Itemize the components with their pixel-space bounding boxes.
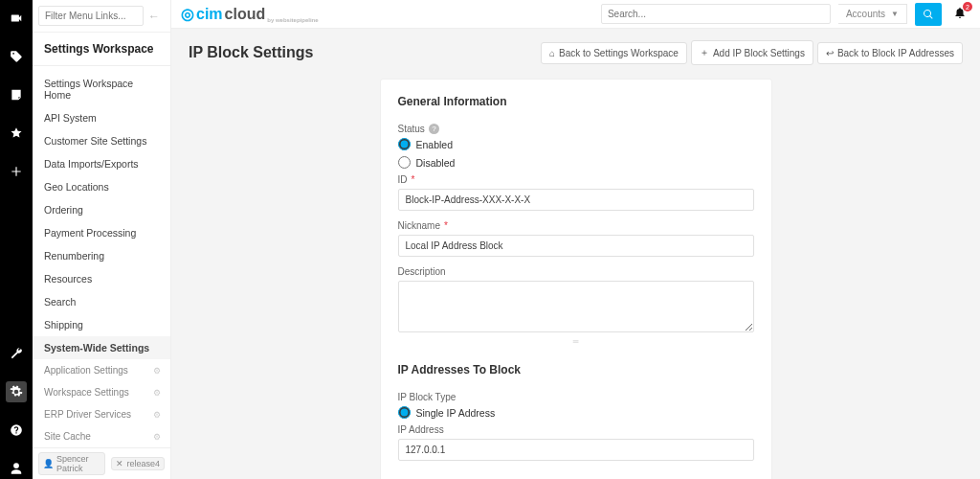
sidebar-item-label: Data Imports/Exports <box>44 158 139 170</box>
main: ◎ cimcloud by websitepipeline Accounts▼ … <box>171 0 980 479</box>
notifications-bell[interactable]: 2 <box>949 6 970 22</box>
sidebar-menu: Settings Workspace HomeAPI SystemCustome… <box>33 66 170 447</box>
chevron-down-icon: ▼ <box>891 10 899 18</box>
settings-card: General Information Status? Enabled Disa… <box>380 79 772 479</box>
star-icon[interactable] <box>6 123 27 144</box>
sidebar-item-label: Renumbering <box>44 250 104 262</box>
sidebar-item-system-wide-settings[interactable]: System-Wide Settings <box>33 336 170 359</box>
notification-count-badge: 2 <box>963 2 972 11</box>
back-to-workspace-button[interactable]: ⌂ Back to Settings Workspace <box>541 42 687 64</box>
logo[interactable]: ◎ cimcloud by websitepipeline <box>181 5 319 23</box>
sidebar-item-label: Settings Workspace Home <box>44 78 161 101</box>
status-disabled-option[interactable]: Disabled <box>398 156 754 169</box>
add-ip-block-button[interactable]: ＋ Add IP Block Settings <box>691 40 813 65</box>
sidebar-item-ordering[interactable]: Ordering <box>33 198 170 221</box>
sidebar-item-label: Resources <box>44 273 92 285</box>
ipaddress-label: IP Address <box>398 424 444 435</box>
sidebar: ← Settings Workspace Settings Workspace … <box>33 0 171 479</box>
id-label: ID <box>398 174 408 185</box>
description-label: Description <box>398 266 446 277</box>
settings-gear-icon: ⚙ <box>153 366 161 376</box>
sidebar-item-application-settings[interactable]: Application Settings⚙ <box>33 359 170 381</box>
sidebar-item-label: Ordering <box>44 204 83 216</box>
sidebar-item-label: API System <box>44 112 97 124</box>
accounts-dropdown[interactable]: Accounts▼ <box>838 4 907 24</box>
page-title: IP Block Settings <box>189 44 313 61</box>
sidebar-item-label: Geo Locations <box>44 181 109 193</box>
blocktype-single-option[interactable]: Single IP Address <box>398 406 754 419</box>
sidebar-item-search[interactable]: Search <box>33 290 170 313</box>
id-input[interactable] <box>398 189 754 211</box>
camera-icon[interactable] <box>6 8 27 29</box>
page-header: IP Block Settings ⌂ Back to Settings Wor… <box>189 40 963 65</box>
help-icon[interactable] <box>6 420 27 441</box>
sidebar-item-erp-driver-services[interactable]: ERP Driver Services⚙ <box>33 403 170 425</box>
gear-icon[interactable] <box>6 381 27 402</box>
general-info-heading: General Information <box>398 95 754 108</box>
ip-block-heading: IP Addresses To Block <box>398 363 754 376</box>
sidebar-back-arrow[interactable]: ← <box>144 10 165 23</box>
user-icon[interactable] <box>6 458 27 479</box>
sidebar-item-workspace-settings[interactable]: Workspace Settings⚙ <box>33 381 170 403</box>
status-enabled-radio[interactable] <box>398 138 411 150</box>
nickname-input[interactable] <box>398 235 754 257</box>
sidebar-title: Settings Workspace <box>33 33 170 66</box>
content-area: IP Block Settings ⌂ Back to Settings Wor… <box>171 29 980 479</box>
sidebar-item-site-cache[interactable]: Site Cache⚙ <box>33 425 170 447</box>
sidebar-item-resources[interactable]: Resources <box>33 267 170 290</box>
blocktype-label: IP Block Type <box>398 392 457 402</box>
sidebar-item-geo-locations[interactable]: Geo Locations <box>33 175 170 198</box>
footer-user-badge[interactable]: 👤 Spencer Patrick <box>38 452 105 475</box>
sidebar-item-api-system[interactable]: API System <box>33 106 170 129</box>
tag-icon[interactable] <box>6 46 27 67</box>
status-disabled-radio[interactable] <box>398 156 411 169</box>
sidebar-filter-input[interactable] <box>38 6 144 26</box>
settings-gear-icon: ⚙ <box>153 388 161 398</box>
nickname-label: Nickname <box>398 220 440 231</box>
sidebar-item-label: Shipping <box>44 319 83 331</box>
resize-handle-icon: ═ <box>398 337 754 346</box>
sidebar-item-label: Customer Site Settings <box>44 135 146 147</box>
sidebar-item-customer-site-settings[interactable]: Customer Site Settings <box>33 129 170 152</box>
global-search-input[interactable] <box>601 4 831 24</box>
wrench-icon[interactable] <box>6 343 27 364</box>
home-icon: ⌂ <box>549 48 555 58</box>
sidebar-item-label: System-Wide Settings <box>44 342 149 354</box>
global-iconbar <box>0 0 33 479</box>
status-help-icon[interactable]: ? <box>429 124 439 134</box>
ipaddress-input[interactable] <box>398 439 754 461</box>
status-label: Status <box>398 124 425 134</box>
description-textarea[interactable] <box>398 281 754 332</box>
note-icon[interactable] <box>6 84 27 105</box>
sidebar-item-label: Site Cache <box>44 431 91 442</box>
footer-release-badge[interactable]: ✕ release4 <box>111 457 165 470</box>
plus-icon[interactable] <box>6 161 27 182</box>
sidebar-item-renumbering[interactable]: Renumbering <box>33 244 170 267</box>
sidebar-item-payment-processing[interactable]: Payment Processing <box>33 221 170 244</box>
plus-icon: ＋ <box>700 46 709 59</box>
status-enabled-option[interactable]: Enabled <box>398 138 754 150</box>
sidebar-item-shipping[interactable]: Shipping <box>33 313 170 336</box>
settings-gear-icon: ⚙ <box>153 410 161 420</box>
reply-icon: ↩ <box>826 48 834 58</box>
sidebar-item-label: ERP Driver Services <box>44 409 131 420</box>
sidebar-item-settings-workspace-home[interactable]: Settings Workspace Home <box>33 72 170 106</box>
sidebar-item-data-imports-exports[interactable]: Data Imports/Exports <box>33 152 170 175</box>
sidebar-item-label: Search <box>44 296 76 308</box>
blocktype-single-radio[interactable] <box>398 406 411 419</box>
sidebar-item-label: Workspace Settings <box>44 387 129 398</box>
back-to-block-ip-button[interactable]: ↩ Back to Block IP Addresses <box>817 42 963 64</box>
sidebar-footer: 👤 Spencer Patrick ✕ release4 <box>33 447 170 479</box>
topbar: ◎ cimcloud by websitepipeline Accounts▼ … <box>171 0 980 29</box>
search-button[interactable] <box>915 3 942 26</box>
settings-gear-icon: ⚙ <box>153 432 161 442</box>
logo-swirl-icon: ◎ <box>181 5 194 23</box>
sidebar-item-label: Payment Processing <box>44 227 136 239</box>
sidebar-item-label: Application Settings <box>44 365 128 376</box>
